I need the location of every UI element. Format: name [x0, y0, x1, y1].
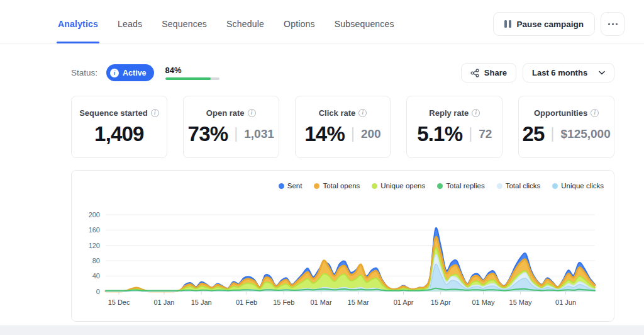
legend-dot	[497, 183, 502, 189]
progress-bar-fill	[165, 77, 211, 80]
stat-card-reply-rate: Reply ratei5.1%|72	[406, 96, 502, 158]
svg-text:01 Apr: 01 Apr	[394, 298, 414, 306]
tab-subsequences[interactable]: Subsequences	[333, 5, 396, 43]
pause-icon	[504, 20, 511, 28]
legend-dot	[279, 183, 284, 189]
share-icon	[470, 69, 479, 77]
stat-label: Click ratei	[319, 108, 367, 118]
status-badge[interactable]: i Active	[106, 64, 154, 81]
ellipsis-icon	[608, 23, 610, 25]
stat-divider: |	[351, 125, 355, 142]
svg-text:15 Jan: 15 Jan	[191, 298, 212, 306]
svg-text:120: 120	[89, 242, 100, 249]
status-label: Status:	[71, 68, 97, 77]
page-background-strip	[0, 326, 644, 335]
tabs: AnalyticsLeadsSequencesScheduleOptionsSu…	[57, 5, 396, 43]
stat-card-click-rate: Click ratei14%|200	[295, 96, 391, 158]
pause-campaign-label: Pause campaign	[516, 20, 584, 29]
legend-dot	[314, 183, 319, 189]
progress-bar	[165, 77, 219, 80]
analytics-chart-card: SentTotal opensUnique opensTotal replies…	[71, 170, 614, 322]
tab-bar: AnalyticsLeadsSequencesScheduleOptionsSu…	[0, 5, 644, 43]
progress-percent: 84%	[165, 65, 219, 75]
info-icon[interactable]: i	[151, 109, 159, 117]
legend-dot	[437, 183, 443, 189]
status-group: Status: i Active 84%	[71, 64, 219, 81]
svg-text:160: 160	[89, 226, 100, 234]
analytics-area-chart: 0408012016020015 Dec01 Jan15 Jan01 Feb15…	[82, 198, 604, 310]
tab-schedule[interactable]: Schedule	[225, 5, 265, 43]
stat-label: Open ratei	[206, 108, 256, 118]
legend-item-total-replies[interactable]: Total replies	[437, 182, 484, 190]
svg-text:15 Feb: 15 Feb	[273, 298, 294, 306]
date-range-label: Last 6 months	[532, 68, 587, 77]
tab-analytics[interactable]: Analytics	[57, 5, 99, 43]
share-label: Share	[484, 68, 507, 77]
status-badge-label: Active	[123, 69, 147, 77]
stat-card-opportunities: Opportunitiesi25|$125,000	[518, 96, 614, 158]
stat-divider: |	[469, 125, 472, 142]
more-options-button[interactable]	[601, 12, 625, 36]
stat-secondary-value: 200	[361, 127, 381, 141]
svg-text:01 Jun: 01 Jun	[555, 298, 576, 306]
status-row: Status: i Active 84% Share Last 6 months	[71, 63, 614, 82]
svg-text:01 May: 01 May	[472, 298, 494, 306]
stat-label: Reply ratei	[429, 108, 480, 118]
legend-item-total-clicks[interactable]: Total clicks	[497, 182, 541, 190]
legend-dot	[372, 183, 377, 189]
svg-text:01 Jan: 01 Jan	[154, 298, 175, 306]
date-range-dropdown[interactable]: Last 6 months	[523, 63, 614, 82]
stat-label: Sequence startedi	[79, 108, 158, 118]
tab-options[interactable]: Options	[282, 5, 316, 43]
stat-secondary-value: 1,031	[244, 127, 274, 141]
stat-value: 14%	[304, 122, 345, 146]
stat-value: 73%	[188, 122, 228, 146]
info-icon[interactable]: i	[358, 109, 367, 117]
svg-text:80: 80	[92, 257, 100, 264]
stat-label: Opportunitiesi	[534, 108, 599, 118]
info-icon: i	[110, 69, 119, 77]
svg-text:15 Mar: 15 Mar	[348, 298, 369, 306]
svg-text:0: 0	[96, 288, 100, 295]
svg-text:15 Apr: 15 Apr	[431, 298, 451, 306]
tab-leads[interactable]: Leads	[116, 5, 143, 43]
stat-card-sequence-started: Sequence startedi1,409	[71, 96, 167, 158]
svg-text:15 Dec: 15 Dec	[108, 298, 130, 306]
info-icon[interactable]: i	[248, 109, 256, 117]
svg-text:15 May: 15 May	[509, 298, 532, 306]
legend-item-total-opens[interactable]: Total opens	[314, 182, 360, 190]
legend-dot	[552, 183, 558, 189]
campaign-progress: 84%	[165, 65, 219, 80]
stat-divider: |	[234, 125, 238, 142]
svg-text:01 Mar: 01 Mar	[310, 298, 331, 306]
stat-value: 5.1%	[417, 122, 462, 146]
stat-value: 25	[522, 122, 544, 146]
svg-text:40: 40	[92, 272, 100, 280]
chart-legend: SentTotal opensUnique opensTotal replies…	[82, 179, 604, 193]
status-actions: Share Last 6 months	[461, 63, 614, 82]
stat-secondary-value: 72	[479, 127, 492, 141]
stat-secondary-value: $125,000	[561, 127, 611, 141]
svg-text:01 Feb: 01 Feb	[236, 298, 257, 306]
share-button[interactable]: Share	[461, 63, 516, 82]
stat-value: 1,409	[94, 122, 144, 146]
pause-campaign-button[interactable]: Pause campaign	[493, 12, 595, 36]
info-icon[interactable]: i	[472, 109, 480, 117]
legend-item-unique-opens[interactable]: Unique opens	[372, 182, 425, 190]
stat-divider: |	[551, 125, 555, 142]
legend-item-unique-clicks[interactable]: Unique clicks	[552, 182, 604, 190]
svg-text:200: 200	[89, 211, 100, 219]
stat-card-open-rate: Open ratei73%|1,031	[183, 96, 279, 158]
info-icon[interactable]: i	[591, 109, 599, 117]
tab-sequences[interactable]: Sequences	[160, 5, 208, 43]
tab-actions: Pause campaign	[493, 12, 625, 36]
chevron-down-icon	[599, 71, 605, 75]
stats-row: Sequence startedi1,409Open ratei73%|1,03…	[71, 96, 614, 158]
legend-item-sent[interactable]: Sent	[279, 182, 303, 190]
